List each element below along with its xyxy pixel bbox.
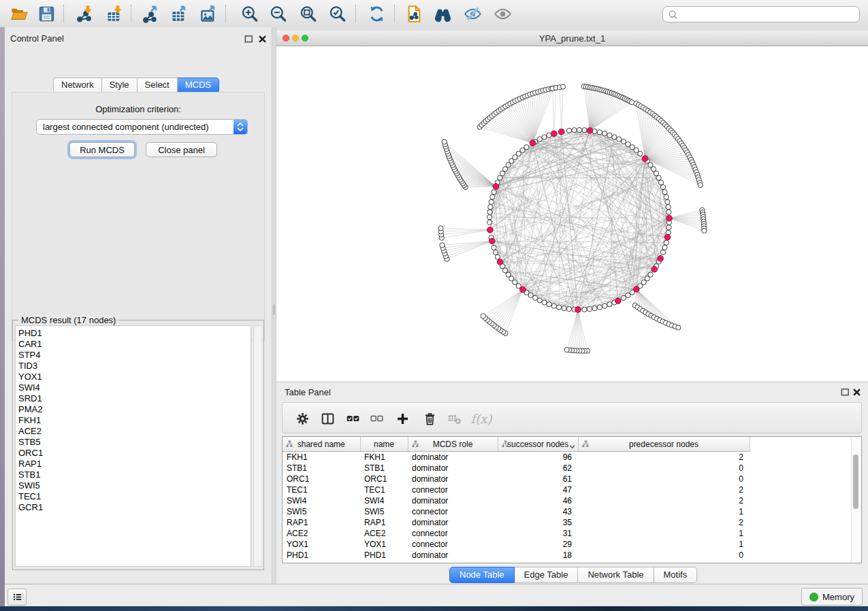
- cell-successor-nodes[interactable]: 47: [498, 484, 578, 495]
- table-settings-button[interactable]: [293, 409, 312, 428]
- cell-name[interactable]: TEC1: [360, 484, 408, 495]
- cell-successor-nodes[interactable]: 62: [498, 463, 578, 474]
- mcds-result-item[interactable]: STP4: [18, 350, 251, 361]
- search-network-button[interactable]: [432, 3, 453, 24]
- mcds-result-item[interactable]: RAP1: [18, 459, 251, 469]
- table-scrollbar[interactable]: [851, 437, 861, 563]
- cell-shared-name[interactable]: TEC1: [283, 484, 360, 495]
- cell-successor-nodes[interactable]: 18: [498, 550, 578, 561]
- search-field[interactable]: [662, 6, 860, 22]
- cell-shared-name[interactable]: RAP1: [283, 517, 360, 528]
- mcds-result-item[interactable]: TID3: [18, 361, 251, 371]
- cell-mcds-role[interactable]: dominator: [408, 463, 498, 474]
- show-panels-button[interactable]: [7, 589, 27, 606]
- cell-mcds-role[interactable]: dominator: [408, 517, 498, 528]
- table-row[interactable]: YOX1 YOX1 connector 29 1: [283, 539, 861, 550]
- cell-predecessor-nodes[interactable]: 0: [578, 474, 750, 484]
- tab-edge-table[interactable]: Edge Table: [515, 567, 579, 583]
- mcds-result-item[interactable]: SRD1: [18, 393, 251, 404]
- run-mcds-button[interactable]: Run MCDS: [69, 142, 135, 157]
- cell-predecessor-nodes[interactable]: 1: [578, 528, 750, 539]
- float-table-panel-icon[interactable]: [841, 387, 850, 397]
- network-graph[interactable]: [276, 46, 868, 381]
- mcds-result-item[interactable]: GCR1: [18, 502, 251, 513]
- column-header-mcds-role[interactable]: MCDS role: [408, 437, 498, 452]
- cell-shared-name[interactable]: ORC1: [283, 474, 360, 484]
- table-row[interactable]: FKH1 FKH1 dominator 96 2: [283, 452, 861, 463]
- cell-predecessor-nodes[interactable]: 2: [578, 452, 750, 463]
- cell-mcds-role[interactable]: dominator: [408, 452, 498, 463]
- zoom-out-button[interactable]: [267, 3, 289, 24]
- table-row[interactable]: SWI5 SWI5 connector 43 1: [283, 506, 861, 517]
- mcds-result-item[interactable]: PMA2: [18, 404, 251, 415]
- tab-mcds[interactable]: MCDS: [178, 78, 219, 93]
- cell-shared-name[interactable]: ACE2: [283, 528, 360, 539]
- close-panel-icon[interactable]: [258, 34, 268, 44]
- table-row[interactable]: SWI4 SWI4 dominator 46 2: [283, 495, 861, 506]
- panel-splitter[interactable]: [272, 27, 276, 584]
- table-row[interactable]: ORC1 ORC1 dominator 61 0: [283, 474, 861, 484]
- hide-selected-button[interactable]: [462, 3, 483, 24]
- delete-table-button[interactable]: [445, 409, 464, 428]
- mcds-result-item[interactable]: STB5: [18, 437, 251, 448]
- zoom-fit-button[interactable]: [297, 3, 319, 24]
- column-header-successor-nodes[interactable]: successor nodes: [498, 437, 578, 452]
- mcds-result-item[interactable]: ORC1: [18, 448, 251, 459]
- apply-function-button[interactable]: f(x): [468, 409, 495, 428]
- cell-shared-name[interactable]: YOX1: [283, 539, 360, 550]
- import-table-button[interactable]: [103, 3, 125, 24]
- table-row[interactable]: TEC1 TEC1 connector 47 2: [283, 484, 861, 495]
- cell-mcds-role[interactable]: dominator: [408, 495, 498, 506]
- cell-mcds-role[interactable]: dominator: [408, 550, 498, 561]
- refresh-button[interactable]: [366, 3, 387, 24]
- show-hidden-button[interactable]: [492, 3, 513, 24]
- cell-name[interactable]: ORC1: [360, 474, 408, 484]
- save-session-button[interactable]: [35, 3, 57, 24]
- cell-name[interactable]: PHD1: [360, 550, 408, 561]
- cell-name[interactable]: SWI4: [360, 495, 408, 506]
- mcds-result-item[interactable]: SWI4: [18, 382, 251, 393]
- table-row[interactable]: RAP1 RAP1 dominator 35 2: [283, 517, 861, 528]
- close-panel-button[interactable]: Close panel: [146, 142, 217, 157]
- export-image-button[interactable]: [197, 3, 219, 24]
- cell-mcds-role[interactable]: connector: [408, 528, 498, 539]
- memory-button[interactable]: Memory: [801, 588, 863, 606]
- float-panel-icon[interactable]: [244, 34, 254, 44]
- select-all-button[interactable]: [343, 409, 362, 428]
- cell-successor-nodes[interactable]: 29: [498, 539, 578, 550]
- tab-network[interactable]: Network: [53, 78, 102, 93]
- import-network-button[interactable]: [74, 3, 95, 24]
- cell-name[interactable]: ACE2: [360, 528, 408, 539]
- cell-name[interactable]: STB1: [360, 463, 408, 474]
- mcds-result-item[interactable]: CAR1: [18, 339, 251, 350]
- export-table-button[interactable]: [168, 3, 190, 24]
- network-from-document-button[interactable]: [403, 3, 425, 24]
- cell-successor-nodes[interactable]: 96: [498, 452, 578, 463]
- mcds-result-item[interactable]: TEC1: [18, 491, 251, 502]
- cell-shared-name[interactable]: FKH1: [283, 452, 360, 463]
- mcds-result-item[interactable]: ACE2: [18, 426, 251, 437]
- cell-predecessor-nodes[interactable]: 2: [578, 517, 750, 528]
- tab-style[interactable]: Style: [102, 78, 138, 93]
- cell-predecessor-nodes[interactable]: 2: [578, 495, 750, 506]
- column-header-name[interactable]: name: [360, 437, 408, 452]
- close-table-panel-icon[interactable]: [852, 387, 862, 397]
- cell-successor-nodes[interactable]: 35: [498, 517, 578, 528]
- tab-select[interactable]: Select: [138, 78, 178, 93]
- cell-shared-name[interactable]: STB1: [283, 463, 360, 474]
- zoom-selected-button[interactable]: [326, 3, 348, 24]
- sort-descending-icon[interactable]: [569, 442, 575, 451]
- search-input[interactable]: [681, 9, 859, 20]
- table-row[interactable]: PHD1 PHD1 dominator 18 0: [283, 550, 861, 561]
- cell-mcds-role[interactable]: connector: [408, 539, 498, 550]
- cell-shared-name[interactable]: SWI5: [283, 506, 360, 517]
- cell-shared-name[interactable]: SWI4: [283, 495, 360, 506]
- splitter-grip[interactable]: [273, 304, 275, 315]
- cell-name[interactable]: FKH1: [360, 452, 408, 463]
- cell-successor-nodes[interactable]: 61: [498, 474, 578, 484]
- cell-predecessor-nodes[interactable]: 0: [578, 550, 750, 561]
- cell-predecessor-nodes[interactable]: 1: [578, 539, 750, 550]
- cell-mcds-role[interactable]: dominator: [408, 474, 498, 484]
- cell-successor-nodes[interactable]: 46: [498, 495, 578, 506]
- export-network-button[interactable]: [140, 3, 161, 24]
